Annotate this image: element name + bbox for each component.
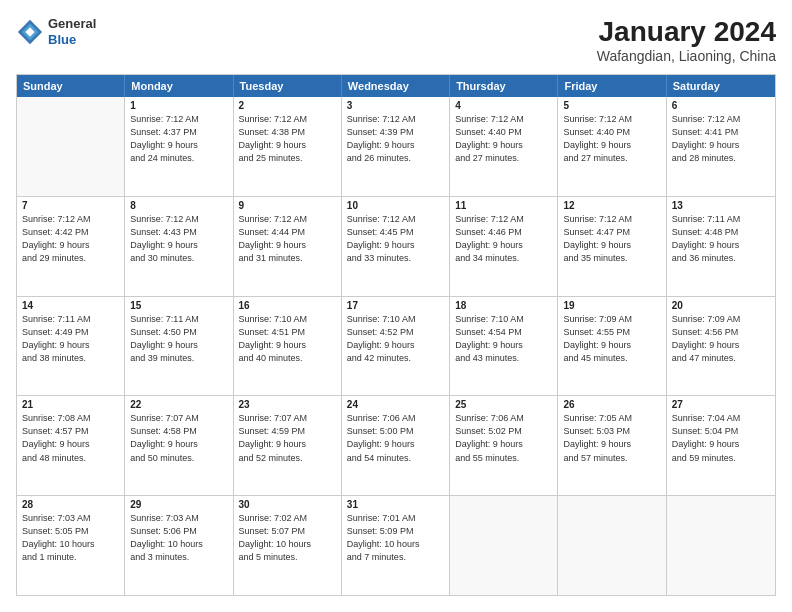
cell-line: Sunrise: 7:08 AM <box>22 412 119 425</box>
day-number: 7 <box>22 200 119 211</box>
logo-blue: Blue <box>48 32 96 48</box>
weekday-header: Friday <box>558 75 666 97</box>
cell-line: Sunrise: 7:12 AM <box>672 113 770 126</box>
logo-general: General <box>48 16 96 32</box>
cell-line: and 3 minutes. <box>130 551 227 564</box>
cell-line: Sunrise: 7:10 AM <box>239 313 336 326</box>
calendar-cell: 28Sunrise: 7:03 AMSunset: 5:05 PMDayligh… <box>17 496 125 595</box>
cell-line: and 40 minutes. <box>239 352 336 365</box>
cell-line: Daylight: 9 hours <box>563 139 660 152</box>
day-number: 15 <box>130 300 227 311</box>
cell-line: and 30 minutes. <box>130 252 227 265</box>
cell-line: Sunset: 4:51 PM <box>239 326 336 339</box>
day-number: 10 <box>347 200 444 211</box>
cell-line: Sunset: 5:05 PM <box>22 525 119 538</box>
calendar-cell: 16Sunrise: 7:10 AMSunset: 4:51 PMDayligh… <box>234 297 342 396</box>
cell-line: Sunset: 5:02 PM <box>455 425 552 438</box>
day-number: 9 <box>239 200 336 211</box>
calendar-cell: 17Sunrise: 7:10 AMSunset: 4:52 PMDayligh… <box>342 297 450 396</box>
day-number: 6 <box>672 100 770 111</box>
cell-line: Sunrise: 7:12 AM <box>563 113 660 126</box>
cell-line: Sunset: 4:40 PM <box>455 126 552 139</box>
cell-line: Sunset: 5:07 PM <box>239 525 336 538</box>
cell-line: Sunrise: 7:12 AM <box>130 213 227 226</box>
logo-text: General Blue <box>48 16 96 47</box>
cell-line: Sunset: 4:52 PM <box>347 326 444 339</box>
cell-line: Sunrise: 7:11 AM <box>130 313 227 326</box>
day-number: 19 <box>563 300 660 311</box>
day-number: 12 <box>563 200 660 211</box>
cell-line: Daylight: 9 hours <box>239 239 336 252</box>
weekday-header: Thursday <box>450 75 558 97</box>
cell-line: Daylight: 9 hours <box>22 239 119 252</box>
cell-line: and 27 minutes. <box>563 152 660 165</box>
cell-line: Daylight: 9 hours <box>347 239 444 252</box>
cell-line: Daylight: 10 hours <box>347 538 444 551</box>
cell-line: Daylight: 9 hours <box>455 239 552 252</box>
calendar-row: 7Sunrise: 7:12 AMSunset: 4:42 PMDaylight… <box>17 196 775 296</box>
day-number: 30 <box>239 499 336 510</box>
cell-line: Sunrise: 7:05 AM <box>563 412 660 425</box>
cell-line: Daylight: 9 hours <box>239 139 336 152</box>
cell-line: Sunset: 4:58 PM <box>130 425 227 438</box>
cell-line: and 25 minutes. <box>239 152 336 165</box>
cell-line: Sunrise: 7:11 AM <box>22 313 119 326</box>
cell-line: and 39 minutes. <box>130 352 227 365</box>
logo: General Blue <box>16 16 96 47</box>
cell-line: Sunset: 4:47 PM <box>563 226 660 239</box>
calendar-cell: 11Sunrise: 7:12 AMSunset: 4:46 PMDayligh… <box>450 197 558 296</box>
cell-line: Sunset: 4:41 PM <box>672 126 770 139</box>
cell-line: and 55 minutes. <box>455 452 552 465</box>
page: General Blue January 2024 Wafangdian, Li… <box>0 0 792 612</box>
cell-line: and 42 minutes. <box>347 352 444 365</box>
day-number: 26 <box>563 399 660 410</box>
day-number: 14 <box>22 300 119 311</box>
cell-line: Sunrise: 7:12 AM <box>239 213 336 226</box>
weekday-header: Wednesday <box>342 75 450 97</box>
calendar-cell: 3Sunrise: 7:12 AMSunset: 4:39 PMDaylight… <box>342 97 450 196</box>
cell-line: Daylight: 9 hours <box>563 339 660 352</box>
cell-line: and 43 minutes. <box>455 352 552 365</box>
cell-line: and 47 minutes. <box>672 352 770 365</box>
cell-line: Sunrise: 7:07 AM <box>239 412 336 425</box>
calendar-cell <box>450 496 558 595</box>
day-number: 17 <box>347 300 444 311</box>
cell-line: Sunrise: 7:07 AM <box>130 412 227 425</box>
calendar-cell: 21Sunrise: 7:08 AMSunset: 4:57 PMDayligh… <box>17 396 125 495</box>
cell-line: Sunset: 4:42 PM <box>22 226 119 239</box>
weekday-header: Saturday <box>667 75 775 97</box>
header: General Blue January 2024 Wafangdian, Li… <box>16 16 776 64</box>
calendar-cell: 9Sunrise: 7:12 AMSunset: 4:44 PMDaylight… <box>234 197 342 296</box>
cell-line: Sunset: 4:37 PM <box>130 126 227 139</box>
cell-line: Sunrise: 7:06 AM <box>347 412 444 425</box>
calendar-cell: 7Sunrise: 7:12 AMSunset: 4:42 PMDaylight… <box>17 197 125 296</box>
calendar-cell: 4Sunrise: 7:12 AMSunset: 4:40 PMDaylight… <box>450 97 558 196</box>
cell-line: Sunrise: 7:06 AM <box>455 412 552 425</box>
calendar-cell: 13Sunrise: 7:11 AMSunset: 4:48 PMDayligh… <box>667 197 775 296</box>
calendar-cell <box>667 496 775 595</box>
weekday-header: Monday <box>125 75 233 97</box>
calendar-cell: 18Sunrise: 7:10 AMSunset: 4:54 PMDayligh… <box>450 297 558 396</box>
cell-line: Sunrise: 7:12 AM <box>239 113 336 126</box>
calendar-cell: 29Sunrise: 7:03 AMSunset: 5:06 PMDayligh… <box>125 496 233 595</box>
cell-line: Sunrise: 7:12 AM <box>22 213 119 226</box>
calendar-cell: 6Sunrise: 7:12 AMSunset: 4:41 PMDaylight… <box>667 97 775 196</box>
cell-line: Daylight: 9 hours <box>455 139 552 152</box>
cell-line: and 26 minutes. <box>347 152 444 165</box>
cell-line: and 31 minutes. <box>239 252 336 265</box>
day-number: 25 <box>455 399 552 410</box>
day-number: 5 <box>563 100 660 111</box>
cell-line: Sunrise: 7:12 AM <box>347 213 444 226</box>
cell-line: Daylight: 9 hours <box>347 339 444 352</box>
day-number: 31 <box>347 499 444 510</box>
cell-line: Sunset: 4:56 PM <box>672 326 770 339</box>
cell-line: Sunset: 5:00 PM <box>347 425 444 438</box>
calendar-cell: 10Sunrise: 7:12 AMSunset: 4:45 PMDayligh… <box>342 197 450 296</box>
cell-line: and 7 minutes. <box>347 551 444 564</box>
cell-line: Sunset: 5:03 PM <box>563 425 660 438</box>
day-number: 3 <box>347 100 444 111</box>
cell-line: Daylight: 9 hours <box>130 339 227 352</box>
cell-line: Daylight: 9 hours <box>672 239 770 252</box>
cell-line: Daylight: 9 hours <box>347 139 444 152</box>
calendar-cell: 25Sunrise: 7:06 AMSunset: 5:02 PMDayligh… <box>450 396 558 495</box>
